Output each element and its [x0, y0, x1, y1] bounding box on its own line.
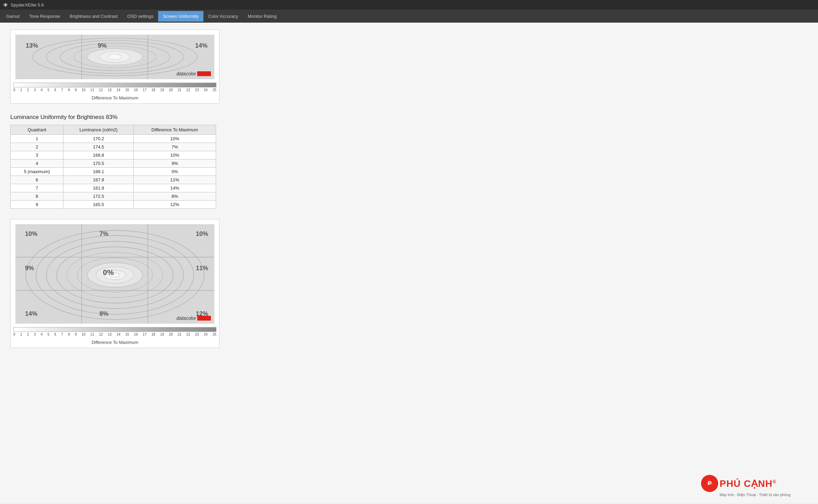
table-row: 4170.59%: [11, 159, 216, 168]
app-title: SpyderXElite 5.6: [11, 2, 44, 8]
table-cell-luminance: 165.5: [63, 201, 134, 209]
table-cell-quadrant: 1: [11, 135, 63, 143]
table-cell-quadrant: 9: [11, 201, 63, 209]
nav-bar: Gamut Tone Response Brightness and Contr…: [0, 10, 818, 23]
top-chart-visual: 13% 9% 14% datacolor: [15, 35, 214, 79]
table-row: 9165.512%: [11, 201, 216, 209]
bot-label-bl: 14%: [25, 310, 37, 317]
bottom-chart-container: 10% 7% 10% 9% 0% 11% 14% 8% 12% datacolo…: [10, 219, 220, 348]
top-chart-label-tc: 9%: [98, 42, 107, 49]
tab-color-accuracy[interactable]: Color Accuracy: [203, 11, 243, 22]
tab-osd-settings[interactable]: OSD settings: [122, 11, 158, 22]
app-icon: 🕷: [3, 2, 8, 8]
bot-label-tl: 10%: [25, 230, 37, 238]
bot-label-mr: 11%: [196, 265, 208, 272]
table-cell-quadrant: 8: [11, 192, 63, 201]
table-cell-luminance: 170.5: [63, 159, 134, 168]
svg-point-6: [108, 54, 122, 60]
table-row: 7161.914%: [11, 184, 216, 192]
tab-monitor-rating[interactable]: Monitor Rating: [243, 11, 282, 22]
table-cell-luminance: 167.9: [63, 176, 134, 184]
table-cell-quadrant: 6: [11, 176, 63, 184]
table-cell-quadrant: 5 (maximum): [11, 168, 63, 176]
bot-label-tr: 10%: [196, 230, 208, 238]
table-header-difference: Difference To Maximum: [134, 125, 216, 135]
svg-text:P: P: [708, 480, 712, 486]
table-cell-quadrant: 7: [11, 184, 63, 192]
tab-brightness-contrast[interactable]: Brightness and Contrast: [65, 11, 122, 22]
datacolor-logo-top: datacolor: [176, 71, 211, 76]
tab-gamut[interactable]: Gamut: [1, 11, 24, 22]
main-content: 13% 9% 14% datacolor 0123456789101112131…: [0, 23, 818, 503]
table-row: 6167.911%: [11, 176, 216, 184]
top-chart-container: 13% 9% 14% datacolor 0123456789101112131…: [10, 29, 220, 104]
table-cell-difference: 7%: [134, 143, 216, 151]
table-header-luminance: Luminance (cd/m2): [63, 125, 134, 135]
tab-tone-response[interactable]: Tone Response: [24, 11, 65, 22]
table-cell-quadrant: 4: [11, 159, 63, 168]
table-cell-difference: 14%: [134, 184, 216, 192]
table-cell-luminance: 172.5: [63, 192, 134, 201]
section-title: Luminance Uniformity for Brightness 83%: [10, 114, 808, 121]
table-header-quadrant: Quadrant: [11, 125, 63, 135]
bot-label-tc: 7%: [99, 230, 108, 238]
phucanh-logo: P PHÚ CẠNH® Máy tính · Điện Thoại · Thiế…: [701, 475, 791, 497]
table-cell-difference: 10%: [134, 135, 216, 143]
table-cell-luminance: 188.1: [63, 168, 134, 176]
table-cell-difference: 0%: [134, 168, 216, 176]
table-cell-quadrant: 2: [11, 143, 63, 151]
table-cell-difference: 10%: [134, 151, 216, 159]
phucanh-name: PHÚ CẠNH®: [720, 478, 776, 489]
luminance-table: Quadrant Luminance (cd/m2) Difference To…: [10, 125, 216, 209]
datacolor-logo-bottom: datacolor: [176, 315, 211, 321]
table-cell-difference: 12%: [134, 201, 216, 209]
bottom-chart-caption: Difference To Maximum: [11, 340, 219, 348]
bottom-scale-bar: 0123456789101112131415161718192021222324…: [11, 326, 219, 340]
bottom-contour-svg: [15, 224, 214, 324]
bot-label-ml: 9%: [25, 265, 34, 272]
table-cell-difference: 11%: [134, 176, 216, 184]
top-chart-label-tl: 13%: [26, 42, 38, 49]
tab-screen-uniformity[interactable]: Screen Uniformity: [158, 11, 203, 22]
table-cell-luminance: 174.5: [63, 143, 134, 151]
table-cell-luminance: 170.2: [63, 135, 134, 143]
table-row: 2174.57%: [11, 143, 216, 151]
table-row: 8172.58%: [11, 192, 216, 201]
bottom-chart-visual: 10% 7% 10% 9% 0% 11% 14% 8% 12% datacolo…: [15, 224, 214, 324]
top-scale-bar: 0123456789101112131415161718192021222324…: [11, 81, 219, 95]
table-cell-difference: 8%: [134, 192, 216, 201]
table-cell-luminance: 168.8: [63, 151, 134, 159]
title-bar: 🕷 SpyderXElite 5.6: [0, 0, 818, 10]
top-chart-label-tr: 14%: [195, 42, 208, 49]
table-row: 1170.210%: [11, 135, 216, 143]
bot-label-mc: 0%: [103, 268, 114, 277]
phucanh-subtitle: Máy tính · Điện Thoại · Thiết bị văn phò…: [720, 493, 791, 497]
bot-label-bc: 8%: [99, 310, 108, 317]
table-cell-luminance: 161.9: [63, 184, 134, 192]
phucanh-icon: P: [701, 475, 718, 492]
table-row: 3168.810%: [11, 151, 216, 159]
top-chart-caption: Difference To Maximum: [11, 95, 219, 103]
table-row: 5 (maximum)188.10%: [11, 168, 216, 176]
table-cell-quadrant: 3: [11, 151, 63, 159]
table-cell-difference: 9%: [134, 159, 216, 168]
